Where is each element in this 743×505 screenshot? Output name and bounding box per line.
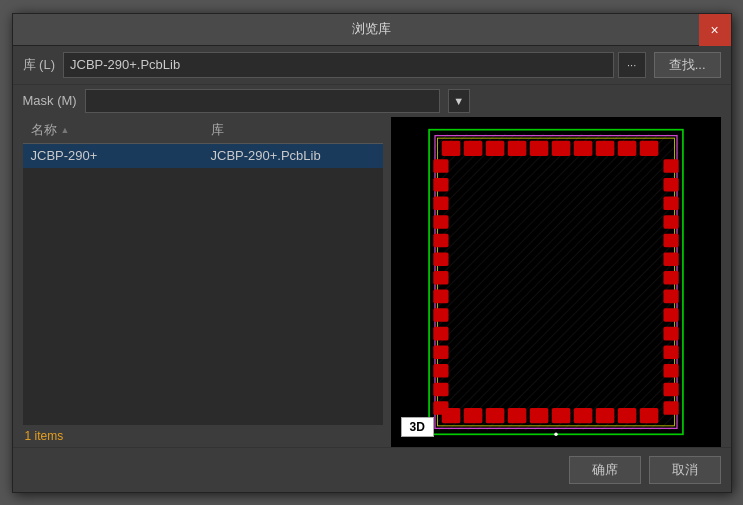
- mask-label: Mask (M): [23, 93, 77, 108]
- svg-rect-48: [663, 308, 678, 322]
- find-button[interactable]: 查找...: [654, 52, 721, 78]
- 3d-button[interactable]: 3D: [401, 417, 434, 437]
- mask-select[interactable]: [85, 89, 440, 113]
- svg-rect-52: [663, 382, 678, 396]
- lib-more-button[interactable]: ···: [618, 52, 646, 78]
- svg-rect-31: [433, 252, 448, 266]
- pcb-preview-panel: 3D: [391, 117, 721, 447]
- browse-library-dialog: 浏览库 × 库 (L) JCBP-290+.PcbLib ··· 查找... M…: [12, 13, 732, 493]
- svg-rect-2: [433, 133, 678, 429]
- svg-rect-42: [663, 196, 678, 210]
- mask-arrow-icon[interactable]: ▼: [448, 89, 470, 113]
- svg-rect-25: [639, 408, 658, 423]
- lib-label: 库 (L): [23, 56, 56, 74]
- svg-rect-53: [663, 401, 678, 415]
- library-toolbar: 库 (L) JCBP-290+.PcbLib ··· 查找...: [13, 46, 731, 85]
- svg-rect-13: [595, 140, 614, 155]
- svg-rect-34: [433, 308, 448, 322]
- svg-rect-33: [433, 289, 448, 303]
- svg-rect-9: [507, 140, 526, 155]
- pcb-canvas: [391, 117, 721, 447]
- svg-rect-27: [433, 177, 448, 191]
- svg-rect-35: [433, 326, 448, 340]
- item-count: 1: [25, 429, 32, 443]
- col-name-header: 名称 ▲: [23, 121, 203, 139]
- lib-select[interactable]: JCBP-290+.PcbLib: [63, 52, 614, 78]
- svg-rect-8: [485, 140, 504, 155]
- sort-icon: ▲: [61, 125, 70, 135]
- svg-rect-45: [663, 252, 678, 266]
- main-content: 名称 ▲ 库 JCBP-290+ JCBP-290+.PcbLib 1 item…: [13, 117, 731, 447]
- table-header: 名称 ▲ 库: [23, 117, 383, 144]
- row-name: JCBP-290+: [23, 148, 203, 163]
- svg-rect-39: [433, 401, 448, 415]
- svg-rect-21: [551, 408, 570, 423]
- svg-rect-51: [663, 364, 678, 378]
- svg-rect-50: [663, 345, 678, 359]
- svg-rect-10: [529, 140, 548, 155]
- close-button[interactable]: ×: [699, 14, 731, 46]
- svg-rect-26: [433, 159, 448, 173]
- svg-rect-47: [663, 289, 678, 303]
- svg-rect-30: [433, 233, 448, 247]
- row-lib: JCBP-290+.PcbLib: [203, 148, 383, 163]
- svg-rect-38: [433, 382, 448, 396]
- svg-rect-49: [663, 326, 678, 340]
- svg-rect-37: [433, 364, 448, 378]
- table-body: JCBP-290+ JCBP-290+.PcbLib: [23, 144, 383, 425]
- svg-rect-12: [573, 140, 592, 155]
- svg-rect-15: [639, 140, 658, 155]
- svg-rect-7: [463, 140, 482, 155]
- svg-rect-22: [573, 408, 592, 423]
- svg-rect-6: [441, 140, 460, 155]
- svg-rect-18: [485, 408, 504, 423]
- svg-rect-17: [463, 408, 482, 423]
- svg-rect-28: [433, 196, 448, 210]
- svg-rect-14: [617, 140, 636, 155]
- cancel-button[interactable]: 取消: [649, 456, 721, 484]
- svg-rect-46: [663, 271, 678, 285]
- svg-rect-29: [433, 215, 448, 229]
- svg-rect-32: [433, 271, 448, 285]
- table-row[interactable]: JCBP-290+ JCBP-290+.PcbLib: [23, 144, 383, 168]
- footer: 确席 取消: [13, 447, 731, 492]
- svg-rect-41: [663, 177, 678, 191]
- svg-rect-44: [663, 233, 678, 247]
- svg-rect-23: [595, 408, 614, 423]
- svg-rect-43: [663, 215, 678, 229]
- svg-rect-20: [529, 408, 548, 423]
- svg-rect-19: [507, 408, 526, 423]
- items-label: items: [35, 429, 64, 443]
- ok-button[interactable]: 确席: [569, 456, 641, 484]
- svg-rect-24: [617, 408, 636, 423]
- svg-point-54: [554, 432, 557, 435]
- mask-row: Mask (M) ▼: [13, 85, 731, 117]
- svg-rect-11: [551, 140, 570, 155]
- svg-rect-36: [433, 345, 448, 359]
- col-lib-header: 库: [203, 121, 383, 139]
- lib-select-container: JCBP-290+.PcbLib ···: [63, 52, 646, 78]
- svg-rect-40: [663, 159, 678, 173]
- title-bar: 浏览库 ×: [13, 14, 731, 46]
- left-panel: 名称 ▲ 库 JCBP-290+ JCBP-290+.PcbLib 1 item…: [23, 117, 383, 447]
- dialog-title: 浏览库: [352, 20, 391, 38]
- status-bar: 1 items: [23, 425, 383, 447]
